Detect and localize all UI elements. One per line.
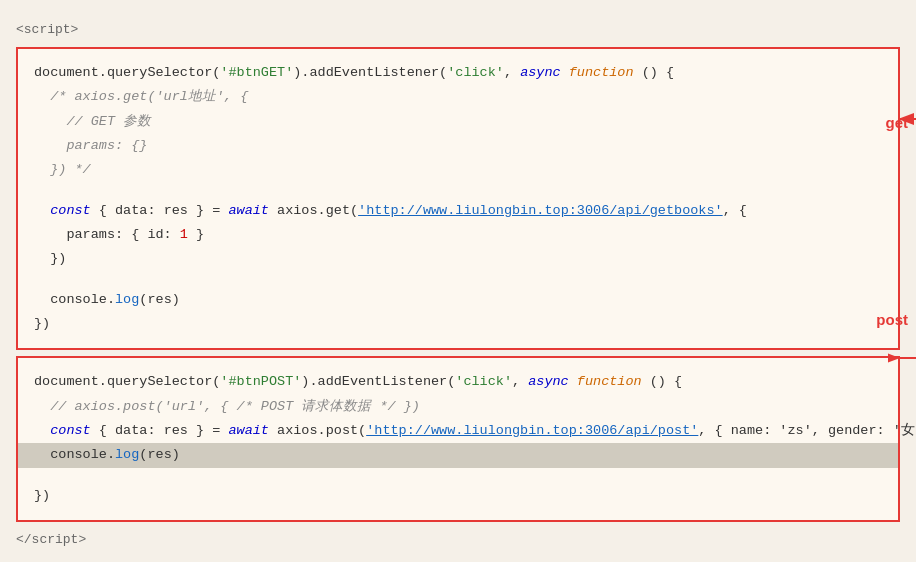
blank-2 (34, 272, 882, 288)
script-open-tag: <script> (16, 18, 900, 41)
blank-1 (34, 182, 882, 198)
const-line: const { data: res } = await axios.get('h… (34, 199, 882, 223)
code-line-1: document.querySelector('#btnGET').addEve… (34, 61, 882, 85)
get-section: get document.querySelector('#btnGET').ad… (16, 47, 900, 350)
console-line: console.log(res) (34, 288, 882, 312)
code-comment-2: // GET 参数 (34, 110, 882, 134)
close-call-line: }) (34, 247, 882, 271)
block-close-line: }) (34, 312, 882, 336)
post-section: post document.querySelector('#btnPOST').… (16, 356, 900, 522)
page-container: <script> get document.querySelector('#bt… (0, 10, 916, 559)
post-block-close: }) (34, 484, 882, 508)
qs-text: document.querySelector('#btnGET').addEve… (34, 65, 674, 80)
get-label: get (886, 109, 909, 136)
code-comment-4: }) */ (34, 158, 882, 182)
params-line: params: { id: 1 } (34, 223, 882, 247)
post-const-line: const { data: res } = await axios.post('… (34, 419, 882, 443)
code-comment-3: params: {} (34, 134, 882, 158)
post-blank (34, 468, 882, 484)
script-close-tag: </script> (16, 528, 900, 551)
code-comment-1: /* axios.get('url地址', { (34, 85, 882, 109)
post-comment: // axios.post('url', { /* POST 请求体数据 */ … (34, 395, 882, 419)
post-line-1: document.querySelector('#btnPOST').addEv… (34, 370, 882, 394)
post-label: post (876, 306, 908, 333)
post-code-block: post document.querySelector('#btnPOST').… (16, 356, 900, 522)
post-console-line: console.log(res) (18, 443, 898, 467)
get-code-block: get document.querySelector('#btnGET').ad… (16, 47, 900, 350)
